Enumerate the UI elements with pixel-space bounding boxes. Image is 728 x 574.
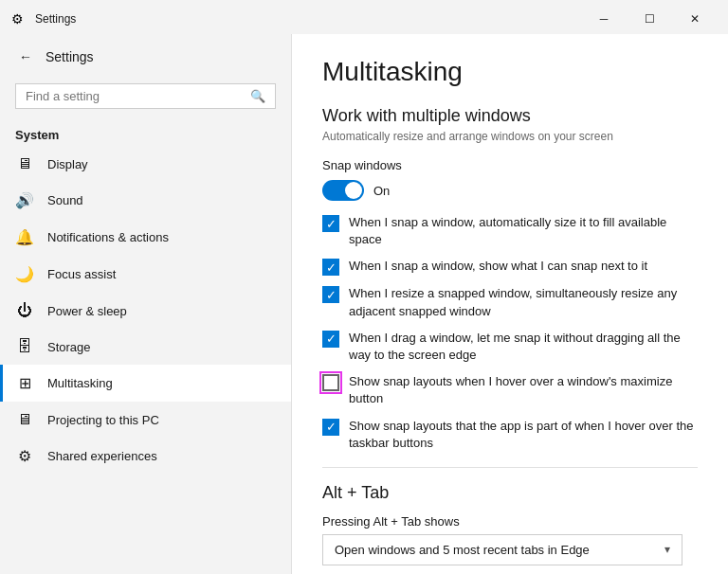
- checkbox-item-2: ✓ When I snap a window, show what I can …: [322, 258, 698, 276]
- projecting-icon: 🖥: [15, 411, 34, 428]
- alt-tab-title: Alt + Tab: [322, 483, 698, 503]
- page-title: Multitasking: [322, 57, 698, 87]
- title-bar-controls: ─ ☐ ✕: [582, 6, 717, 32]
- sidebar-item-display[interactable]: 🖥 Display: [0, 146, 291, 182]
- check-icon-3: ✓: [326, 289, 337, 301]
- focus-icon: 🌙: [15, 265, 34, 283]
- chevron-down-icon: ▾: [664, 543, 670, 556]
- minimize-button[interactable]: ─: [582, 6, 626, 32]
- sidebar-item-notifications[interactable]: 🔔 Notifications & actions: [0, 219, 291, 256]
- sidebar-item-projecting[interactable]: 🖥 Projecting to this PC: [0, 402, 291, 438]
- title-bar: ⚙ Settings ─ ☐ ✕: [0, 0, 728, 34]
- close-button[interactable]: ✕: [673, 6, 717, 32]
- power-icon: ⏻: [15, 302, 34, 319]
- checkbox-label-3: When I resize a snapped window, simultan…: [349, 285, 698, 319]
- display-icon: 🖥: [15, 155, 34, 172]
- sidebar-item-label: Storage: [47, 340, 91, 354]
- checkbox-item-4: ✓ When I drag a window, let me snap it w…: [322, 330, 698, 364]
- checkbox-5[interactable]: [322, 374, 339, 391]
- checkbox-label-4: When I drag a window, let me snap it wit…: [349, 330, 698, 364]
- sound-icon: 🔊: [15, 191, 34, 209]
- sidebar-app-title: Settings: [46, 49, 94, 64]
- checkbox-1[interactable]: ✓: [322, 215, 339, 232]
- checkbox-2[interactable]: ✓: [322, 259, 339, 276]
- work-windows-subtitle: Automatically resize and arrange windows…: [322, 130, 698, 143]
- work-windows-title: Work with multiple windows: [322, 106, 698, 126]
- sidebar-item-focus[interactable]: 🌙 Focus assist: [0, 256, 291, 293]
- sidebar-item-sound[interactable]: 🔊 Sound: [0, 182, 291, 219]
- checkbox-item-3: ✓ When I resize a snapped window, simult…: [322, 285, 698, 319]
- sidebar-header: ← Settings: [0, 34, 291, 80]
- alt-tab-dropdown[interactable]: Open windows and 5 most recent tabs in E…: [322, 534, 682, 565]
- sidebar: ← Settings 🔍 System 🖥 Display 🔊 Sound 🔔 …: [0, 34, 292, 574]
- sidebar-item-label: Notifications & actions: [47, 230, 169, 244]
- check-icon-4: ✓: [326, 332, 337, 345]
- checkbox-item-5: Show snap layouts when I hover over a wi…: [322, 373, 698, 407]
- check-icon-1: ✓: [326, 218, 337, 230]
- sidebar-item-label: Projecting to this PC: [47, 413, 159, 427]
- checkbox-label-2: When I snap a window, show what I can sn…: [349, 258, 647, 275]
- checkbox-3[interactable]: ✓: [322, 286, 339, 303]
- multitasking-icon: ⊞: [15, 374, 34, 392]
- check-icon-2: ✓: [326, 261, 337, 274]
- sidebar-item-label: Multitasking: [47, 376, 113, 390]
- snap-windows-toggle-row: On: [322, 180, 698, 201]
- title-bar-title: Settings: [35, 12, 76, 26]
- checkbox-item-1: ✓ When I snap a window, automatically si…: [322, 214, 698, 248]
- search-box[interactable]: 🔍: [15, 83, 276, 109]
- sidebar-item-label: Sound: [47, 193, 83, 207]
- check-icon-6: ✓: [326, 421, 337, 433]
- divider: [322, 467, 698, 468]
- sidebar-item-label: Shared experiences: [47, 449, 157, 463]
- dropdown-label: Pressing Alt + Tab shows: [322, 514, 698, 529]
- app-body: ← Settings 🔍 System 🖥 Display 🔊 Sound 🔔 …: [0, 34, 728, 574]
- sidebar-item-label: Display: [47, 157, 88, 171]
- main-content: Multitasking Work with multiple windows …: [292, 34, 728, 574]
- sidebar-item-storage[interactable]: 🗄 Storage: [0, 329, 291, 365]
- storage-icon: 🗄: [15, 338, 34, 355]
- title-bar-left: ⚙ Settings: [11, 11, 76, 27]
- maximize-button[interactable]: ☐: [628, 6, 671, 32]
- back-button[interactable]: ←: [15, 45, 36, 68]
- sidebar-item-shared[interactable]: ⚙ Shared experiences: [0, 438, 291, 475]
- checkbox-4[interactable]: ✓: [322, 331, 339, 348]
- notifications-icon: 🔔: [15, 228, 34, 246]
- shared-icon: ⚙: [15, 447, 34, 465]
- sidebar-section-label: System: [0, 120, 291, 146]
- sidebar-item-label: Focus assist: [47, 267, 116, 281]
- app-icon: ⚙: [11, 11, 24, 27]
- snap-windows-label: Snap windows: [322, 158, 698, 172]
- checkbox-label-6: Show snap layouts that the app is part o…: [349, 418, 698, 452]
- snap-windows-toggle[interactable]: [322, 180, 364, 201]
- search-icon: 🔍: [250, 89, 265, 103]
- toggle-state-label: On: [373, 184, 390, 198]
- sidebar-item-multitasking[interactable]: ⊞ Multitasking: [0, 365, 291, 402]
- checkbox-label-1: When I snap a window, automatically size…: [349, 214, 698, 248]
- sidebar-item-label: Power & sleep: [47, 304, 127, 318]
- checkbox-label-5: Show snap layouts when I hover over a wi…: [349, 373, 698, 407]
- sidebar-item-power[interactable]: ⏻ Power & sleep: [0, 293, 291, 329]
- search-input[interactable]: [26, 89, 243, 103]
- checkbox-item-6: ✓ Show snap layouts that the app is part…: [322, 418, 698, 452]
- dropdown-value: Open windows and 5 most recent tabs in E…: [335, 543, 590, 557]
- checkbox-6[interactable]: ✓: [322, 419, 339, 436]
- dropdown-row: Pressing Alt + Tab shows Open windows an…: [322, 514, 698, 565]
